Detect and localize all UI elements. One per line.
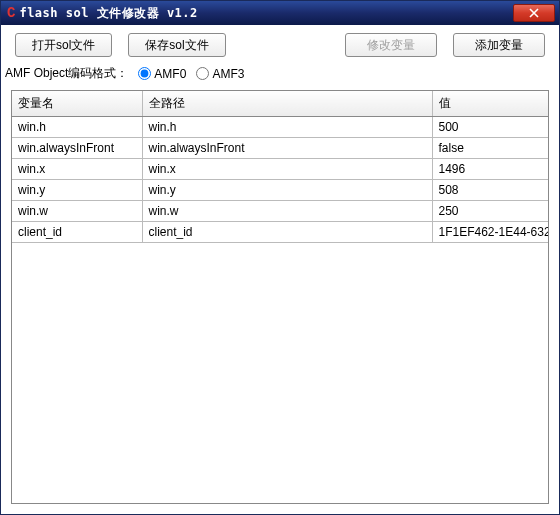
cell-path[interactable]: win.h bbox=[142, 117, 432, 138]
cell-path[interactable]: win.x bbox=[142, 159, 432, 180]
cell-value[interactable]: 1F1EF462-1E44-6321 bbox=[432, 222, 548, 243]
cell-name[interactable]: win.x bbox=[12, 159, 142, 180]
cell-value[interactable]: 1496 bbox=[432, 159, 548, 180]
cell-path[interactable]: win.alwaysInFront bbox=[142, 138, 432, 159]
table-row[interactable]: win.alwaysInFrontwin.alwaysInFrontfalse bbox=[12, 138, 548, 159]
table-row[interactable]: win.xwin.x1496 bbox=[12, 159, 548, 180]
close-icon bbox=[529, 8, 539, 18]
radio-amf0-label: AMF0 bbox=[154, 67, 186, 81]
app-window: C flash sol 文件修改器 v1.2 打开sol文件 保存sol文件 修… bbox=[0, 0, 560, 515]
col-header-path[interactable]: 全路径 bbox=[142, 91, 432, 117]
cell-name[interactable]: win.y bbox=[12, 180, 142, 201]
cell-value[interactable]: 508 bbox=[432, 180, 548, 201]
table-row[interactable]: win.wwin.w250 bbox=[12, 201, 548, 222]
table-header-row: 变量名 全路径 值 bbox=[12, 91, 548, 117]
add-var-button[interactable]: 添加变量 bbox=[453, 33, 545, 57]
cell-name[interactable]: client_id bbox=[12, 222, 142, 243]
cell-value[interactable]: 250 bbox=[432, 201, 548, 222]
radio-amf3-label: AMF3 bbox=[212, 67, 244, 81]
encoding-row: AMF Object编码格式： AMF0 AMF3 bbox=[1, 63, 559, 90]
table-row[interactable]: win.hwin.h500 bbox=[12, 117, 548, 138]
save-sol-button[interactable]: 保存sol文件 bbox=[128, 33, 225, 57]
titlebar[interactable]: C flash sol 文件修改器 v1.2 bbox=[1, 1, 559, 25]
close-button[interactable] bbox=[513, 4, 555, 22]
col-header-value[interactable]: 值 bbox=[432, 91, 548, 117]
radio-amf3[interactable]: AMF3 bbox=[196, 67, 244, 81]
encoding-label: AMF Object编码格式： bbox=[5, 65, 128, 82]
app-icon: C bbox=[7, 5, 15, 21]
cell-value[interactable]: 500 bbox=[432, 117, 548, 138]
variables-table-wrap: 变量名 全路径 值 win.hwin.h500win.alwaysInFront… bbox=[11, 90, 549, 504]
table-row[interactable]: client_idclient_id1F1EF462-1E44-6321 bbox=[12, 222, 548, 243]
table-row[interactable]: win.ywin.y508 bbox=[12, 180, 548, 201]
cell-path[interactable]: client_id bbox=[142, 222, 432, 243]
cell-name[interactable]: win.w bbox=[12, 201, 142, 222]
cell-path[interactable]: win.y bbox=[142, 180, 432, 201]
radio-amf0[interactable]: AMF0 bbox=[138, 67, 186, 81]
modify-var-button[interactable]: 修改变量 bbox=[345, 33, 437, 57]
radio-amf0-input[interactable] bbox=[138, 67, 151, 80]
cell-path[interactable]: win.w bbox=[142, 201, 432, 222]
toolbar: 打开sol文件 保存sol文件 修改变量 添加变量 bbox=[1, 25, 559, 63]
cell-name[interactable]: win.h bbox=[12, 117, 142, 138]
open-sol-button[interactable]: 打开sol文件 bbox=[15, 33, 112, 57]
window-title: flash sol 文件修改器 v1.2 bbox=[19, 5, 513, 22]
radio-amf3-input[interactable] bbox=[196, 67, 209, 80]
col-header-name[interactable]: 变量名 bbox=[12, 91, 142, 117]
table-body: win.hwin.h500win.alwaysInFrontwin.always… bbox=[12, 117, 548, 243]
variables-table[interactable]: 变量名 全路径 值 win.hwin.h500win.alwaysInFront… bbox=[12, 91, 548, 243]
cell-name[interactable]: win.alwaysInFront bbox=[12, 138, 142, 159]
cell-value[interactable]: false bbox=[432, 138, 548, 159]
